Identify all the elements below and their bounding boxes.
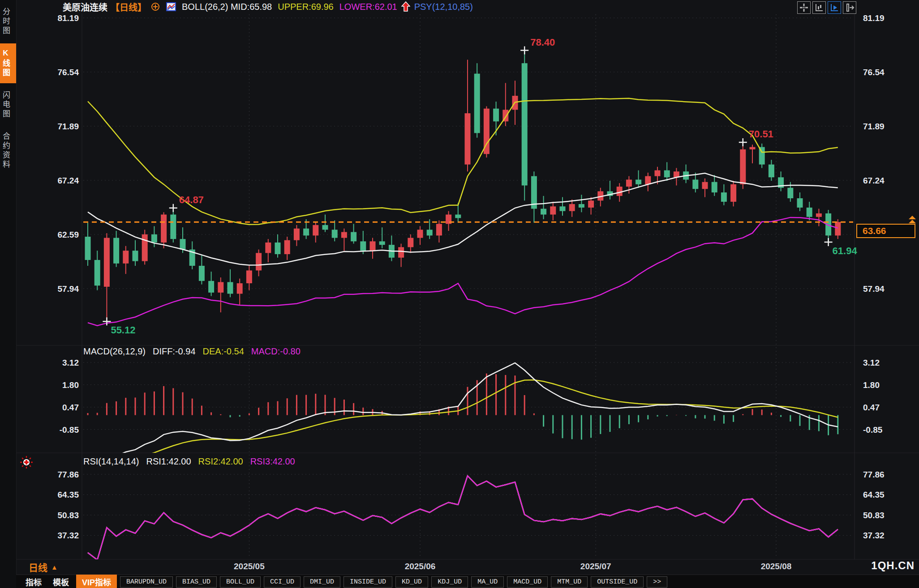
price-annotation: 78.40 (520, 37, 555, 55)
axis-tick-label: 77.86 (863, 470, 885, 479)
axis-tick-label: -0.85 (60, 425, 79, 435)
price-up-arrows-icon (907, 216, 917, 225)
period-label: 日线 (29, 560, 47, 574)
annotation-label: 55.12 (111, 324, 135, 336)
axis-tick-label: 0.47 (62, 403, 79, 412)
chart-style-icon[interactable] (166, 2, 176, 11)
arrow-up-icon (401, 1, 410, 12)
tab-MTM_UD[interactable]: MTM_UD (551, 576, 588, 588)
tab-BARUPDN_UD[interactable]: BARUPDN_UD (120, 576, 173, 588)
symbol-title: 美原油连续 (63, 0, 107, 13)
x-axis-date-label: 2025/07 (580, 562, 611, 571)
trading-app-window: 分时图K线图闪电图合约资料 美原油连续 【日线】 BOLL(26,2) MID:… (0, 0, 919, 588)
axis-tick-label: 50.83 (57, 511, 79, 520)
axis-play-tool-icon (829, 2, 840, 13)
tab-指标[interactable]: 指标 (21, 575, 46, 588)
axis-tick-label: 76.54 (863, 68, 885, 77)
axis-play-tool-button[interactable] (828, 1, 841, 14)
boll-upper-line (88, 98, 838, 225)
tab-MA_UD[interactable]: MA_UD (471, 576, 504, 588)
sidebar-item-闪电图[interactable]: 闪电图 (0, 85, 16, 124)
tab-MACD_UD[interactable]: MACD_UD (507, 576, 548, 588)
boll-mid-value: BOLL(26,2) MID:65.98 (182, 2, 272, 12)
macd-diff-value: DIFF:-0.94 (153, 346, 196, 357)
axis-tick-label: -0.85 (863, 425, 883, 435)
rsi-title: RSI(14,14,14) (83, 456, 139, 467)
macd-title: MACD(26,12,9) (83, 346, 146, 357)
live-indicator-icon (20, 456, 33, 469)
add-indicator-icon[interactable] (150, 2, 160, 12)
sidebar-item-合约资料[interactable]: 合约资料 (0, 127, 16, 175)
macd-macd-value: MACD:-0.80 (251, 346, 301, 357)
candles-layer (85, 51, 841, 322)
x-axis-date-label: 2025/06 (405, 562, 436, 571)
annotation-label: 61.94 (833, 245, 858, 256)
move-tool-button[interactable] (797, 1, 811, 14)
boll-mid-line (88, 173, 838, 265)
watermark: 1QH.CN (871, 559, 915, 572)
axis-tick-label: 77.86 (57, 470, 79, 479)
tab-BOLL_UD[interactable]: BOLL_UD (220, 576, 261, 588)
sidebar-item-K线图[interactable]: K线图 (0, 43, 16, 83)
axis-tick-label: 37.32 (57, 531, 79, 540)
psy-label: PSY(12,10,85) (414, 2, 473, 12)
rsi1-line (88, 476, 838, 560)
chart-canvas[interactable]: 81.1981.1976.5476.5471.8971.8967.2467.24… (0, 0, 919, 588)
tab-模板[interactable]: 模板 (49, 575, 73, 588)
macd-dea-value: DEA:-0.54 (203, 346, 244, 357)
axis-tick-label: 81.19 (863, 13, 885, 23)
axis-tick-label: 71.89 (57, 122, 79, 131)
axis-tick-label: 62.59 (57, 230, 79, 239)
sidebar: 分时图K线图闪电图合约资料 (0, 0, 17, 588)
tab-DMI_UD[interactable]: DMI_UD (304, 576, 340, 588)
period-selector[interactable]: 日线 ▲ (29, 560, 58, 574)
axis-tick-label: 50.83 (863, 511, 885, 520)
tab-OUTSIDE_UD[interactable]: OUTSIDE_UD (591, 576, 644, 588)
axis-tick-label: 81.19 (57, 13, 79, 23)
annotation-label: 64.87 (179, 194, 204, 205)
x-axis-date-label: 2025/08 (761, 562, 792, 571)
price-annotation: 55.12 (103, 317, 135, 336)
rsi1-value: RSI1:42.00 (146, 456, 191, 467)
exit-axis-tool-button[interactable] (843, 1, 856, 14)
axis-tick-label: 71.89 (863, 122, 885, 131)
rsi2-value: RSI2:42.00 (198, 456, 243, 467)
rsi-axis: 77.8677.8664.3564.3550.8350.8337.3237.32 (57, 470, 885, 540)
boll-upper-value: UPPER:69.96 (278, 2, 334, 12)
axis-candle-tool-button[interactable] (812, 1, 826, 14)
annotation-label: 78.40 (530, 37, 555, 48)
axis-tick-label: 3.12 (62, 358, 79, 367)
last-price-box: 63.66 (856, 224, 915, 238)
macd-diff-line (88, 363, 838, 465)
axis-tick-label: 67.24 (863, 176, 885, 185)
tab-VIP指标[interactable]: VIP指标 (76, 575, 117, 588)
boll-lower-value: LOWER:62.01 (339, 2, 397, 12)
rsi3-value: RSI3:42.00 (250, 456, 295, 467)
axis-tick-label: 64.35 (57, 490, 79, 499)
rsi3-line (88, 476, 838, 560)
bottom-tab-bar: 指标模板VIP指标BARUPDN_UDBIAS_UDBOLL_UDCCI_UDD… (16, 575, 919, 588)
rsi-pane-labels: RSI(14,14,14) RSI1:42.00 RSI2:42.00 RSI3… (83, 456, 295, 467)
axis-tick-label: 57.94 (57, 284, 79, 294)
tab->>[interactable]: >> (647, 576, 667, 588)
axis-tick-label: 64.35 (863, 490, 885, 499)
period-tag: 【日线】 (111, 0, 146, 13)
price-annotation: 61.94 (825, 238, 858, 256)
tab-INSIDE_UD[interactable]: INSIDE_UD (344, 576, 392, 588)
sidebar-item-分时图[interactable]: 分时图 (0, 2, 16, 41)
tab-BIAS_UD[interactable]: BIAS_UD (176, 576, 217, 588)
axis-tick-label: 3.12 (863, 358, 880, 367)
price-annotation: 70.51 (739, 128, 773, 146)
axis-candle-tool-icon (814, 2, 825, 13)
tab-KD_UD[interactable]: KD_UD (395, 576, 428, 588)
move-tool-icon (799, 2, 809, 13)
annotation-label: 70.51 (749, 128, 773, 140)
tab-CCI_UD[interactable]: CCI_UD (264, 576, 301, 588)
chevron-up-icon: ▲ (51, 563, 58, 571)
axis-tick-label: 1.80 (62, 380, 79, 390)
price-annotation: 64.87 (169, 194, 204, 212)
axis-tick-label: 1.80 (863, 380, 880, 390)
tab-KDJ_UD[interactable]: KDJ_UD (431, 576, 468, 588)
exit-axis-tool-icon (844, 2, 855, 13)
last-price-value: 63.66 (857, 226, 886, 236)
